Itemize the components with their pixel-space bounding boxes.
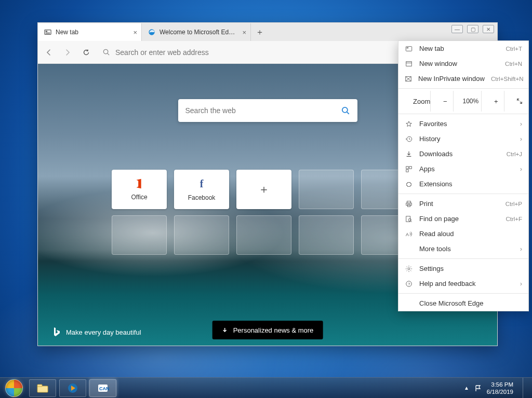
quick-links: Office f Facebook ＋ — [112, 170, 423, 255]
tab-close-button[interactable]: × — [242, 29, 246, 36]
svg-rect-1 — [46, 31, 48, 32]
chevron-right-icon: › — [520, 245, 522, 253]
plus-icon: ＋ — [258, 182, 270, 197]
menu-new-window[interactable]: New window Ctrl+N — [398, 56, 528, 71]
tile-office[interactable]: Office — [112, 170, 167, 209]
zoom-out-button[interactable]: − — [437, 91, 454, 112]
search-icon[interactable] — [341, 106, 350, 115]
tile-add[interactable]: ＋ — [236, 170, 291, 209]
tile-placeholder — [299, 170, 354, 209]
menu-new-tab[interactable]: New tab Ctrl+T — [398, 41, 528, 56]
menu-print[interactable]: Print Ctrl+P — [398, 196, 528, 211]
bing-icon — [52, 327, 61, 337]
facebook-icon: f — [200, 178, 204, 190]
gear-icon — [405, 265, 413, 272]
svg-text:CAN: CAN — [99, 386, 109, 391]
taskbar-clock[interactable]: 3:56 PM 6/18/2019 — [487, 381, 515, 395]
taskbar-media-player[interactable] — [59, 379, 86, 397]
new-tab-button[interactable]: ＋ — [251, 23, 269, 41]
close-window-button[interactable]: ✕ — [483, 25, 494, 33]
menu-favorites[interactable]: Favorites › — [398, 116, 528, 131]
tile-facebook[interactable]: f Facebook — [174, 170, 229, 209]
svg-point-14 — [342, 107, 347, 113]
tab-welcome[interactable]: Welcome to Microsoft Edge Can × — [142, 23, 251, 41]
menu-find[interactable]: Find on page Ctrl+F — [398, 211, 528, 226]
chevron-right-icon: › — [520, 165, 522, 173]
chevron-right-icon: › — [520, 135, 522, 143]
bing-tagline[interactable]: Make every day beautiful — [52, 327, 141, 337]
tab-label: Welcome to Microsoft Edge Can — [159, 29, 236, 36]
refresh-button[interactable] — [77, 44, 95, 61]
svg-rect-25 — [407, 201, 411, 203]
tab-close-button[interactable]: × — [133, 29, 137, 36]
show-desktop-button[interactable] — [523, 378, 529, 399]
find-icon — [405, 215, 413, 223]
newtab-icon — [405, 45, 413, 52]
edge-favicon-icon — [148, 29, 155, 36]
tray-arrow-icon[interactable]: ▲ — [464, 385, 469, 391]
news-button[interactable]: Personalized news & more — [212, 321, 323, 339]
menu-history[interactable]: History › — [398, 131, 528, 146]
print-icon — [405, 200, 413, 208]
tray-flag-icon[interactable] — [474, 385, 482, 392]
star-icon — [405, 120, 413, 128]
menu-apps[interactable]: Apps › — [398, 161, 528, 176]
menu-downloads[interactable]: Downloads Ctrl+J — [398, 146, 528, 161]
system-tray: ▲ 3:56 PM 6/18/2019 — [464, 378, 529, 399]
forward-button[interactable] — [59, 44, 76, 61]
svg-point-32 — [408, 267, 410, 269]
menu-zoom: Zoom − 100% + — [398, 91, 528, 112]
tab-label: New tab — [56, 29, 78, 36]
arrow-down-icon — [222, 327, 228, 333]
taskbar-edge[interactable]: CAN — [89, 379, 116, 397]
office-icon — [134, 178, 145, 189]
apps-icon — [405, 166, 413, 173]
address-bar[interactable] — [96, 44, 439, 61]
tab-new-tab[interactable]: New tab × — [38, 23, 142, 41]
tile-placeholder — [236, 215, 291, 255]
inprivate-icon — [405, 75, 412, 83]
tile-placeholder — [112, 215, 167, 255]
settings-menu: New tab Ctrl+T New window Ctrl+N New InP… — [398, 40, 529, 311]
read-aloud-icon: A — [405, 230, 413, 238]
svg-line-15 — [347, 112, 349, 114]
window-icon — [405, 60, 413, 67]
taskbar-explorer[interactable] — [29, 379, 56, 397]
menu-read-aloud[interactable]: A Read aloud — [398, 226, 528, 241]
svg-line-6 — [108, 53, 109, 55]
download-icon — [405, 150, 413, 158]
help-icon: ? — [405, 280, 413, 287]
menu-more-tools[interactable]: More tools › — [398, 241, 528, 256]
web-search-input[interactable] — [185, 106, 341, 115]
menu-settings[interactable]: Settings — [398, 261, 528, 276]
chevron-right-icon: › — [520, 280, 522, 287]
back-button[interactable] — [40, 44, 58, 61]
chevron-right-icon: › — [520, 120, 522, 128]
svg-rect-16 — [406, 46, 411, 51]
taskbar: CAN ▲ 3:56 PM 6/18/2019 — [0, 377, 532, 398]
extensions-icon — [405, 181, 413, 188]
tab-strip: New tab × Welcome to Microsoft Edge Can … — [38, 23, 497, 41]
window-controls: — ▢ ✕ — [451, 25, 494, 33]
start-button[interactable] — [2, 379, 26, 397]
menu-help[interactable]: ? Help and feedback › — [398, 276, 528, 291]
zoom-in-button[interactable]: + — [488, 91, 504, 112]
menu-extensions[interactable]: Extensions — [398, 176, 528, 191]
maximize-button[interactable]: ▢ — [467, 25, 478, 33]
menu-inprivate[interactable]: New InPrivate window Ctrl+Shift+N — [398, 71, 528, 86]
svg-text:A: A — [406, 231, 409, 237]
svg-rect-22 — [406, 166, 408, 168]
svg-rect-28 — [406, 216, 410, 222]
svg-line-30 — [411, 221, 412, 222]
tile-label: Facebook — [188, 194, 216, 201]
address-input[interactable] — [115, 48, 421, 57]
svg-text:?: ? — [408, 282, 410, 286]
web-search-box[interactable] — [178, 99, 357, 122]
menu-close-edge[interactable]: Close Microsoft Edge — [398, 296, 528, 311]
news-label: Personalized news & more — [233, 326, 314, 334]
svg-rect-17 — [407, 47, 409, 48]
tile-placeholder — [299, 215, 354, 255]
minimize-button[interactable]: — — [451, 25, 463, 33]
fullscreen-button[interactable] — [511, 91, 528, 112]
desktop: New tab × Welcome to Microsoft Edge Can … — [0, 0, 532, 398]
